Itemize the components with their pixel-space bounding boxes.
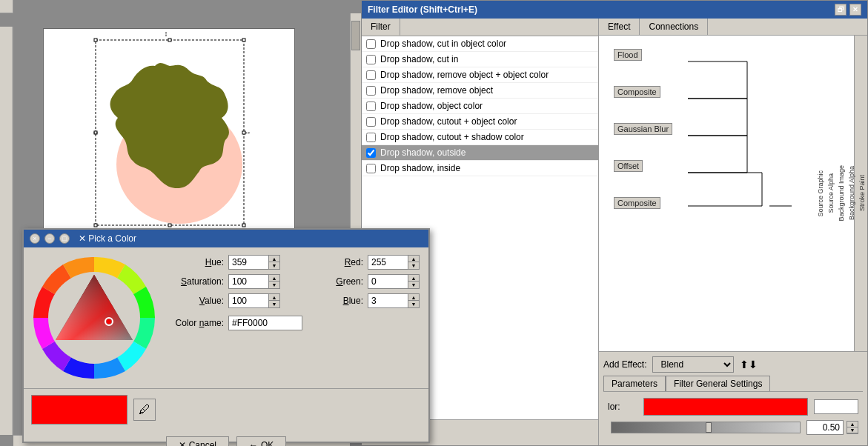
filter-item-7[interactable]: Drop shadow, cutout + shadow color xyxy=(362,130,598,145)
filter-check-9[interactable] xyxy=(366,164,376,173)
svg-text:↔: ↔ xyxy=(92,128,99,136)
hue-row: Hue: ▲ ▼ Red: ▲ ▼ xyxy=(165,255,421,270)
effect-graph-panel: Effect Connections xyxy=(599,19,867,445)
filter-check-8[interactable] xyxy=(366,148,376,158)
opacity-spin-up[interactable]: ▲ xyxy=(847,422,858,427)
opacity-slider-thumb[interactable] xyxy=(706,422,712,433)
eyedropper-button[interactable]: 🖊 xyxy=(133,399,156,421)
ok-icon: ← xyxy=(249,440,258,446)
green-spin-down[interactable]: ▼ xyxy=(408,282,419,288)
color-name-input[interactable] xyxy=(228,316,302,330)
filter-check-6[interactable] xyxy=(366,117,376,127)
filter-item-9[interactable]: Drop shadow, inside xyxy=(362,161,598,176)
color-picker-body: Hue: ▲ ▼ Red: ▲ ▼ xyxy=(24,247,428,388)
opacity-slider-track[interactable] xyxy=(611,422,801,433)
val-spin-down[interactable]: ▼ xyxy=(269,301,279,307)
red-spin-down[interactable]: ▼ xyxy=(408,262,419,269)
color-preview-box xyxy=(31,395,127,425)
svg-text:↔: ↔ xyxy=(244,128,251,136)
filter-editor-title: Filter Editor (Shift+Ctrl+E) xyxy=(368,4,477,15)
blue-label: Blue: xyxy=(304,296,363,306)
ruler-left xyxy=(0,27,13,435)
filter-item-2[interactable]: Drop shadow, cut in xyxy=(362,52,598,67)
red-spin-up[interactable]: ▲ xyxy=(408,256,419,262)
value-row: Value: ▲ ▼ Blue: ▲ ▼ xyxy=(165,293,421,308)
sat-spin-up[interactable]: ▲ xyxy=(269,275,279,282)
ok-button[interactable]: ← OK xyxy=(236,436,286,446)
label-background-alpha: Background Alpha xyxy=(848,166,855,220)
color-value-input[interactable] xyxy=(814,399,858,414)
restore-button[interactable]: 🗗 xyxy=(835,4,847,16)
graph-connections-svg xyxy=(599,36,854,351)
blend-select[interactable]: Blend Flood Composite Gaussian Blur Offs… xyxy=(652,356,734,373)
close-button[interactable]: ✕ xyxy=(849,4,861,16)
cp-maximize-button[interactable]: □ xyxy=(59,233,70,244)
label-source-graphic: Source Graphic xyxy=(817,170,824,217)
svg-point-42 xyxy=(107,319,111,324)
blend-spinner[interactable]: ⬆⬇ xyxy=(740,359,758,370)
tab-parameters[interactable]: Parameters xyxy=(603,376,666,391)
green-spinner: ▲ ▼ xyxy=(408,274,420,289)
svg-rect-8 xyxy=(168,39,171,41)
effect-node-composite1: Composite xyxy=(614,87,660,96)
filter-check-2[interactable] xyxy=(366,55,376,64)
opacity-spin-down[interactable]: ▼ xyxy=(847,427,858,433)
hue-spinner: ▲ ▼ xyxy=(269,255,280,270)
filter-check-1[interactable] xyxy=(366,39,376,49)
filter-item-4[interactable]: Drop shadow, remove object xyxy=(362,83,598,99)
filter-item-1[interactable]: Drop shadow, cut in object color xyxy=(362,36,598,52)
hue-input[interactable] xyxy=(228,255,269,270)
color-wheel-svg[interactable] xyxy=(31,255,157,381)
param-content: lor: ▲ ▼ xyxy=(603,392,863,441)
val-spin-up[interactable]: ▲ xyxy=(269,294,279,301)
hue-spin-up[interactable]: ▲ xyxy=(269,256,279,262)
filter-item-3[interactable]: Drop shadow, remove object + object colo… xyxy=(362,67,598,83)
effect-node-flood: Flood xyxy=(614,50,642,59)
hue-spin-down[interactable]: ▼ xyxy=(269,262,279,269)
red-input[interactable] xyxy=(368,255,408,270)
value-input[interactable] xyxy=(228,293,269,308)
green-input-group: ▲ ▼ xyxy=(368,274,420,289)
saturation-input-group: ▲ ▼ xyxy=(228,274,280,289)
slider-row: ▲ ▼ xyxy=(608,420,858,435)
label-background-image: Background Image xyxy=(838,165,845,222)
filter-check-5[interactable] xyxy=(366,101,376,111)
right-labels: Stroke Paint Background Alpha Background… xyxy=(854,36,867,351)
dialog-buttons: ✕ Cancel ← OK xyxy=(24,430,428,446)
color-name-label: Color name: xyxy=(165,318,224,328)
cp-minimize-button[interactable]: − xyxy=(44,233,55,244)
color-wheel-area[interactable] xyxy=(31,255,157,381)
value-label: Value: xyxy=(165,296,224,306)
filter-check-7[interactable] xyxy=(366,133,376,142)
blue-spin-down[interactable]: ▼ xyxy=(408,301,419,307)
filter-item-5[interactable]: Drop shadow, object color xyxy=(362,99,598,114)
opacity-spinner: ▲ ▼ xyxy=(847,421,858,434)
blue-input[interactable] xyxy=(368,293,408,308)
sat-spin-down[interactable]: ▼ xyxy=(269,282,279,288)
blue-spin-up[interactable]: ▲ xyxy=(408,294,419,301)
filter-item-8[interactable]: Drop shadow, outside xyxy=(362,145,598,161)
green-input[interactable] xyxy=(368,274,408,289)
filter-editor-titlebar: Filter Editor (Shift+Ctrl+E) 🗗 ✕ xyxy=(362,1,867,19)
param-tabs: Parameters Filter General Settings xyxy=(603,376,863,392)
tab-filter[interactable]: Filter xyxy=(362,19,400,36)
bottom-section: Add Effect: Blend Flood Composite Gaussi… xyxy=(599,351,867,445)
saturation-input[interactable] xyxy=(228,274,269,289)
tab-effect[interactable]: Effect xyxy=(599,19,640,35)
color-bar[interactable] xyxy=(643,398,808,416)
cp-close-button[interactable]: × xyxy=(30,233,40,244)
tab-connections[interactable]: Connections xyxy=(640,19,708,35)
effect-node-gaussian: Gaussian Blur xyxy=(614,124,672,133)
filter-check-4[interactable] xyxy=(366,86,376,96)
red-spinner: ▲ ▼ xyxy=(408,255,420,270)
cancel-button[interactable]: ✕ Cancel xyxy=(166,436,229,446)
filter-item-6[interactable]: Drop shadow, cutout + object color xyxy=(362,114,598,130)
cp-title-x: ✕ xyxy=(79,233,88,244)
filter-check-3[interactable] xyxy=(366,70,376,80)
svg-rect-12 xyxy=(94,224,97,227)
eyedropper-icon: 🖊 xyxy=(139,403,150,416)
green-spin-up[interactable]: ▲ xyxy=(408,275,419,282)
scroll-thumb-vertical[interactable] xyxy=(351,21,360,50)
tab-filter-general[interactable]: Filter General Settings xyxy=(666,376,770,391)
opacity-value-input[interactable] xyxy=(806,420,844,435)
